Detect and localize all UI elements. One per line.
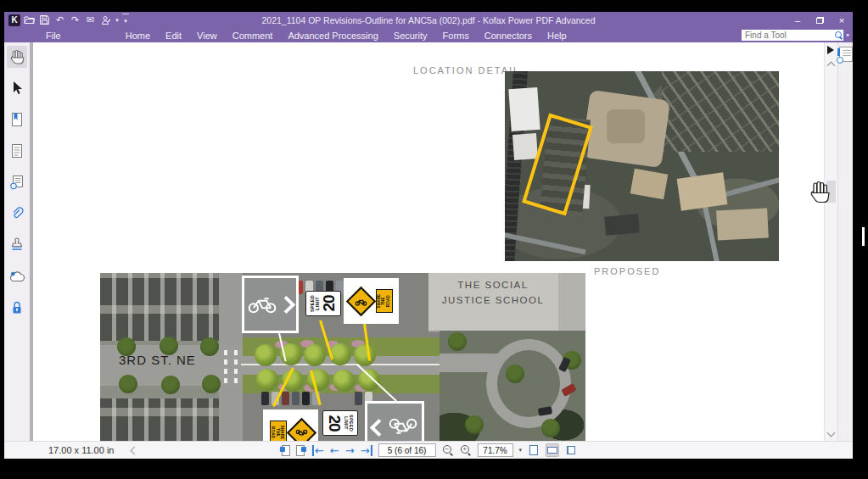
tree bbox=[333, 370, 355, 392]
next-view-button[interactable] bbox=[296, 445, 306, 456]
school-name-line1: THE SOCIAL bbox=[438, 278, 548, 292]
quick-access-toolbar: K ↶ ↷ ✉ ▾ ▾ bbox=[4, 14, 129, 27]
menu-advanced-processing[interactable]: Advanced Processing bbox=[280, 31, 385, 41]
car bbox=[355, 392, 362, 405]
bike-marking-icon bbox=[389, 417, 417, 437]
menu-comment[interactable]: Comment bbox=[225, 31, 281, 41]
scroll-down-arrow[interactable] bbox=[827, 429, 836, 437]
car bbox=[261, 392, 269, 405]
main-area: LOCATION DETAIL bbox=[4, 42, 853, 441]
facing-pages-view-button[interactable] bbox=[565, 444, 577, 456]
comment-document-icon bbox=[9, 175, 25, 190]
find-tool-caret-icon[interactable]: ▾ bbox=[846, 31, 849, 39]
redo-icon[interactable]: ↷ bbox=[69, 14, 81, 26]
find-a-tool-input[interactable] bbox=[742, 30, 833, 41]
menu-forms[interactable]: Forms bbox=[435, 31, 477, 41]
cloud-icon bbox=[9, 270, 25, 284]
menu-file[interactable]: File bbox=[38, 31, 69, 41]
last-page-button[interactable]: → bbox=[361, 445, 372, 456]
tree bbox=[200, 337, 219, 356]
screen: K ↶ ↷ ✉ ▾ ▾ 2021_1104 OP Revisions-Outli… bbox=[0, 0, 868, 479]
tree bbox=[541, 419, 560, 437]
tree bbox=[256, 369, 278, 391]
save-icon[interactable] bbox=[38, 14, 51, 26]
menu-home[interactable]: Home bbox=[118, 31, 158, 41]
building bbox=[508, 87, 540, 131]
window-controls: – × bbox=[787, 12, 853, 28]
document-canvas[interactable]: LOCATION DETAIL bbox=[33, 42, 824, 441]
customize-toolbar-caret[interactable]: ▾ bbox=[122, 14, 129, 27]
first-page-button[interactable]: ← bbox=[312, 445, 324, 456]
street-name-label: 3RD ST. NE bbox=[119, 353, 196, 367]
crosswalk bbox=[224, 348, 227, 383]
building bbox=[630, 169, 669, 199]
menu-edit[interactable]: Edit bbox=[158, 31, 189, 41]
building bbox=[604, 214, 640, 235]
signature-icon[interactable] bbox=[99, 14, 112, 26]
left-toolbar bbox=[4, 42, 30, 441]
tree bbox=[506, 365, 524, 383]
previous-view-button[interactable] bbox=[280, 445, 290, 456]
search-icon[interactable] bbox=[833, 30, 843, 41]
tree bbox=[448, 332, 467, 351]
speed-limit-sign: SPEED LIMIT 20 bbox=[322, 410, 358, 436]
page-number-field[interactable] bbox=[378, 443, 436, 457]
zoom-dropdown-caret[interactable]: ▾ bbox=[519, 447, 523, 454]
hscroll-left-arrow[interactable] bbox=[131, 447, 139, 455]
tree bbox=[255, 344, 277, 366]
pages-panel-button[interactable] bbox=[7, 140, 27, 162]
bookmark-page-icon bbox=[10, 112, 24, 127]
menu-connectors[interactable]: Connectors bbox=[477, 31, 540, 41]
single-page-view-button[interactable] bbox=[528, 444, 540, 456]
building bbox=[512, 133, 538, 160]
lock-icon bbox=[10, 300, 24, 315]
share-the-road-plaque: SHARE THE ROAD bbox=[270, 421, 287, 441]
bookmarks-panel-button[interactable] bbox=[7, 109, 27, 131]
menu-bar: File Home Edit View Comment Advanced Pro… bbox=[4, 28, 853, 42]
right-panel-bar bbox=[837, 42, 853, 441]
restore-button[interactable] bbox=[809, 12, 831, 28]
zoom-in-button[interactable]: + bbox=[460, 444, 472, 456]
proposed-label: PROPOSED bbox=[594, 266, 660, 276]
app-window: K ↶ ↷ ✉ ▾ ▾ 2021_1104 OP Revisions-Outli… bbox=[4, 12, 853, 459]
zoom-out-button[interactable]: − bbox=[442, 444, 454, 456]
tree bbox=[304, 344, 326, 366]
menu-view[interactable]: View bbox=[189, 31, 225, 41]
speed-limit-sign: SPEED LIMIT 20 bbox=[305, 291, 341, 316]
signature-dropdown-caret[interactable]: ▾ bbox=[115, 14, 120, 26]
loop-driveway bbox=[486, 339, 571, 428]
select-tool-button[interactable] bbox=[7, 77, 27, 99]
cloud-panel-button[interactable] bbox=[7, 265, 27, 287]
stamps-panel-button[interactable] bbox=[7, 234, 27, 256]
panel-expand-icon[interactable] bbox=[827, 46, 834, 54]
vertical-scrollbar[interactable] bbox=[824, 42, 837, 441]
search-panel-icon[interactable] bbox=[839, 47, 853, 62]
kofax-logo-icon[interactable]: K bbox=[8, 14, 20, 26]
status-bar: 17.00 x 11.00 in ← ← → → − + ▾ bbox=[4, 441, 853, 459]
window-title: 2021_1104 OP Revisions-Outline for ANC5a… bbox=[4, 15, 853, 25]
undo-icon[interactable]: ↶ bbox=[53, 14, 66, 26]
open-file-icon[interactable] bbox=[23, 14, 36, 26]
next-page-button[interactable]: → bbox=[345, 445, 355, 456]
menu-help[interactable]: Help bbox=[540, 31, 574, 41]
building bbox=[716, 208, 769, 240]
comments-panel-button[interactable] bbox=[7, 171, 27, 193]
hand-tool-button[interactable] bbox=[7, 46, 27, 68]
find-a-tool: ▾ bbox=[742, 30, 849, 41]
road bbox=[505, 232, 586, 255]
minimize-button[interactable]: – bbox=[787, 12, 809, 28]
previous-page-button[interactable]: ← bbox=[330, 445, 339, 456]
cursor-arrow-icon bbox=[10, 81, 24, 96]
zoom-level-field[interactable] bbox=[478, 443, 513, 457]
close-button[interactable]: × bbox=[831, 12, 853, 28]
location-detail-map bbox=[505, 71, 779, 261]
menu-security[interactable]: Security bbox=[386, 31, 435, 41]
security-panel-button[interactable] bbox=[7, 297, 27, 319]
email-icon[interactable]: ✉ bbox=[84, 14, 97, 26]
share-the-road-plaque: SHARE THE ROAD bbox=[376, 289, 393, 313]
tree bbox=[329, 343, 351, 365]
screen-edge-artifact bbox=[862, 227, 865, 246]
continuous-view-button[interactable] bbox=[546, 443, 559, 457]
attachments-panel-button[interactable] bbox=[7, 203, 27, 225]
scroll-up-arrow[interactable] bbox=[827, 62, 836, 70]
